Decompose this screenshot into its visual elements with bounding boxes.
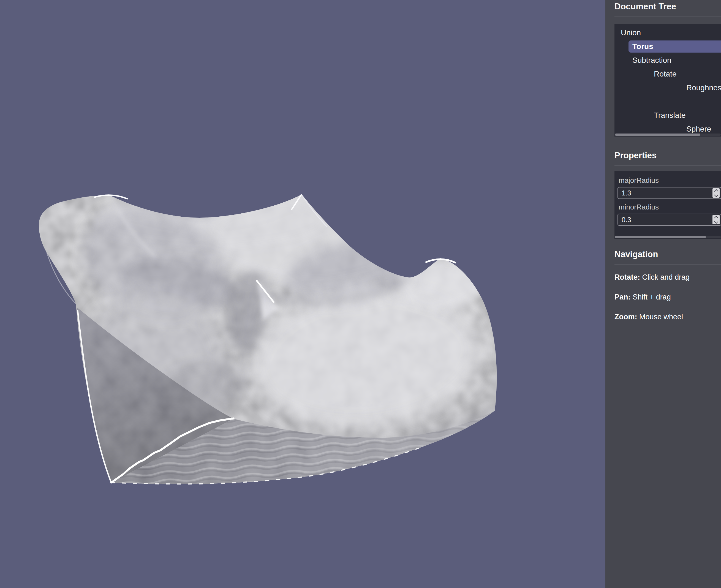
viewport-3d[interactable] (0, 0, 606, 588)
properties-horizontal-scrollbar[interactable] (615, 236, 721, 238)
properties-panel: majorRadius minorRadius (614, 171, 721, 239)
tree-item-union[interactable]: Union (614, 26, 721, 40)
major-radius-spinner[interactable] (713, 188, 720, 198)
tree-item-translate[interactable]: Translate (614, 108, 721, 122)
properties-scrollbar-thumb[interactable] (615, 236, 706, 238)
nav-zoom-hint: Zoom: Mouse wheel (614, 313, 721, 321)
divider (614, 264, 721, 265)
tree-item-roughness[interactable]: Roughness (614, 81, 721, 95)
chevron-down-icon[interactable] (714, 219, 718, 224)
properties-title: Properties (614, 151, 721, 161)
minor-radius-label: minorRadius (619, 203, 721, 211)
sidebar: Document Tree Union Torus Subtraction Ro… (606, 0, 721, 588)
divider (614, 17, 721, 17)
chevron-down-icon[interactable] (714, 193, 718, 197)
minor-radius-spinner[interactable] (713, 215, 720, 224)
major-radius-label: majorRadius (619, 176, 721, 185)
divider (614, 165, 721, 166)
nav-pan-hint: Pan: Shift + drag (614, 293, 721, 301)
application-window: { "viewport": { "background_color": "#5b… (0, 0, 721, 588)
nav-rotate-hint: Rotate: Click and drag (614, 273, 721, 281)
tree-scrollbar-thumb[interactable] (615, 133, 700, 136)
viewport-3d-scene (0, 0, 606, 588)
document-tree-title: Document Tree (614, 2, 721, 12)
tree-item-subtraction[interactable]: Subtraction (614, 54, 721, 67)
minor-radius-field[interactable] (617, 214, 721, 226)
tree-horizontal-scrollbar[interactable] (615, 133, 721, 136)
document-tree-panel: Union Torus Subtraction Rotate Roughness… (614, 24, 721, 136)
major-radius-input[interactable] (618, 187, 721, 198)
major-radius-field[interactable] (617, 187, 721, 199)
tree-item-hidden[interactable] (614, 95, 721, 108)
tree-item-rotate[interactable]: Rotate (614, 67, 721, 81)
tree-item-torus[interactable]: Torus (629, 40, 721, 52)
navigation-title: Navigation (614, 249, 721, 259)
minor-radius-input[interactable] (618, 214, 721, 225)
navigation-help: Rotate: Click and drag Pan: Shift + drag… (614, 273, 721, 321)
